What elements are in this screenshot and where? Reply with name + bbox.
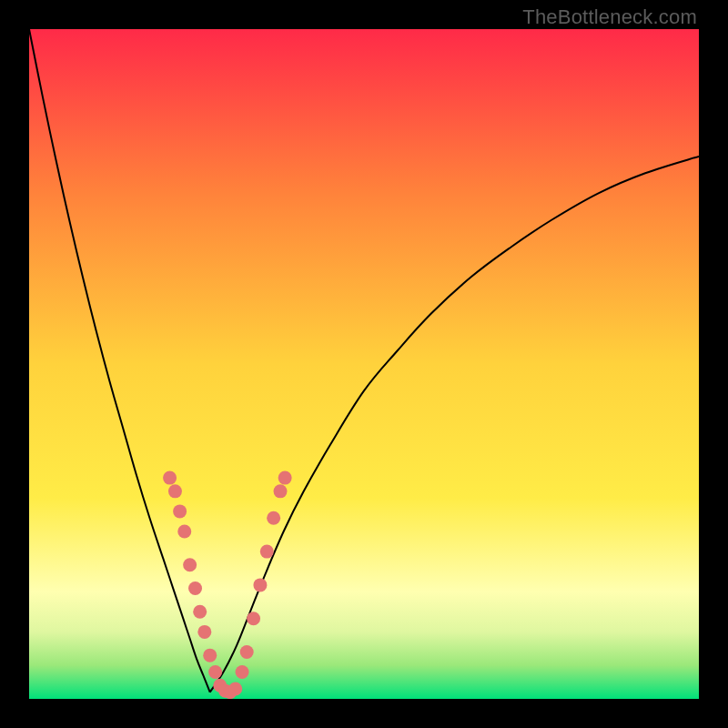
marker-point: [274, 484, 288, 498]
marker-point: [247, 612, 260, 625]
marker-point: [168, 484, 182, 498]
marker-point: [197, 625, 211, 639]
marker-point: [203, 649, 217, 662]
marker-point: [208, 665, 222, 679]
marker-point: [278, 471, 292, 485]
marker-point: [163, 471, 177, 485]
marker-point: [193, 605, 207, 619]
marker-point: [173, 504, 187, 518]
marker-point: [240, 645, 254, 659]
marker-point: [253, 578, 267, 592]
marker-point: [177, 525, 191, 539]
marker-point: [260, 545, 274, 559]
marker-point: [267, 511, 280, 525]
marker-point: [236, 665, 249, 679]
plot-area: [29, 29, 699, 699]
curve-left-branch: [29, 29, 210, 693]
curve-right-branch: [210, 157, 699, 693]
chart-overlay: [29, 29, 699, 699]
watermark-text: TheBottleneck.com: [522, 5, 697, 29]
marker-point: [183, 558, 197, 571]
marker-point: [228, 682, 242, 695]
chart-frame: TheBottleneck.com: [0, 0, 728, 728]
marker-point: [188, 581, 202, 595]
